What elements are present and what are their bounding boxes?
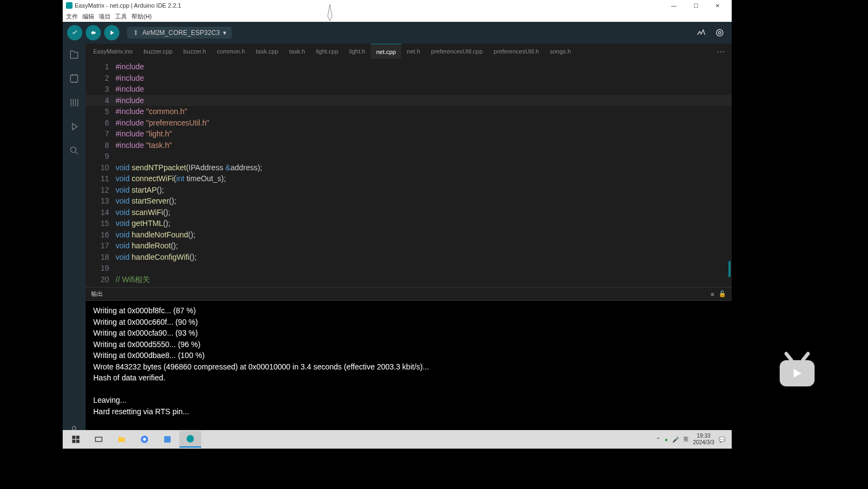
tab-light-h[interactable]: light.h	[344, 44, 371, 59]
tray-chevron-up-icon[interactable]: ⌃	[656, 437, 660, 443]
serial-monitor-button[interactable]	[712, 25, 727, 40]
menu-edit[interactable]: 编辑	[82, 13, 94, 21]
code-line-13[interactable]: void startServer();	[116, 195, 732, 207]
ime-indicator[interactable]: 英	[683, 436, 689, 443]
code-line-14[interactable]: void scanWiFi();	[116, 207, 732, 218]
arduino-ide-taskbar-button[interactable]	[179, 431, 201, 448]
task-view-button[interactable]	[88, 431, 110, 448]
code-editor[interactable]: 1234567891011121314151617181920 #include…	[86, 59, 732, 287]
arduino-ide-window: EasyMatrix - net.cpp | Arduino IDE 2.2.1…	[63, 0, 732, 449]
tab-task-cpp[interactable]: task.cpp	[250, 44, 284, 59]
output-line: Writing at 0x000bf8fc... (87 %)	[93, 305, 724, 317]
maximize-button[interactable]: ☐	[685, 0, 707, 11]
verify-button[interactable]	[67, 25, 82, 40]
tab-task-h[interactable]: task.h	[284, 44, 310, 59]
clock-time: 19:33	[693, 433, 714, 439]
window-title: EasyMatrix - net.cpp | Arduino IDE 2.2.1	[75, 2, 181, 9]
tabs-overflow[interactable]: ⋯	[712, 46, 730, 57]
code-line-17[interactable]: void handleRoot();	[116, 240, 732, 252]
svg-point-1	[719, 32, 721, 34]
svg-point-4	[73, 426, 76, 430]
usb-icon	[132, 29, 139, 36]
sidebar-sketchbook[interactable]	[68, 48, 81, 61]
code-line-9[interactable]	[116, 151, 732, 162]
tab-net-h[interactable]: net.h	[401, 44, 425, 59]
video-subtitle: 我们按一下	[382, 398, 486, 426]
svg-rect-6	[76, 436, 80, 439]
editor-area: EasyMatrix.inobuzzer.cppbuzzer.hcommon.h…	[86, 44, 732, 441]
app-button-1[interactable]	[156, 431, 178, 448]
file-explorer-button[interactable]	[111, 431, 132, 448]
start-button[interactable]	[65, 431, 87, 448]
action-center-icon[interactable]: 💬	[719, 437, 725, 443]
app-icon	[66, 2, 73, 9]
tab-songs-h[interactable]: songs.h	[544, 44, 576, 59]
menu-help[interactable]: 帮助(H)	[131, 13, 152, 21]
code-line-4[interactable]: #include	[116, 95, 732, 106]
clock-date: 2024/3/3	[693, 439, 714, 446]
svg-rect-5	[72, 436, 75, 439]
output-line: Writing at 0x000c660f... (90 %)	[93, 317, 724, 328]
code-line-19[interactable]	[116, 263, 732, 274]
code-line-2[interactable]: #include	[116, 73, 732, 84]
code-line-10[interactable]: void sendNTPpacket(IPAddress &address);	[116, 162, 732, 174]
code-content[interactable]: #include #include #include #include #inc…	[116, 59, 732, 287]
minimize-button[interactable]: —	[663, 0, 685, 11]
code-line-7[interactable]: #include "light.h"	[116, 128, 732, 140]
code-line-15[interactable]: void getHTML();	[116, 218, 732, 229]
tab-common-h[interactable]: common.h	[212, 44, 250, 59]
board-name: AirM2M_CORE_ESP32C3	[142, 29, 220, 37]
close-button[interactable]: ✕	[707, 0, 728, 11]
output-tab-label[interactable]: 输出	[91, 290, 103, 298]
code-line-1[interactable]: #include	[116, 61, 732, 73]
code-line-3[interactable]: #include	[116, 84, 732, 95]
clock[interactable]: 19:33 2024/3/3	[693, 433, 714, 446]
code-line-12[interactable]: void startAP();	[116, 184, 732, 196]
sidebar-boards-manager[interactable]	[68, 72, 81, 85]
editor-scrollbar[interactable]	[728, 261, 731, 277]
svg-rect-2	[70, 75, 77, 82]
svg-point-3	[70, 147, 76, 152]
code-line-5[interactable]: #include "common.h"	[116, 106, 732, 117]
sidebar	[63, 44, 86, 441]
code-line-11[interactable]: void connectWiFi(int timeOut_s);	[116, 173, 732, 184]
serial-plotter-button[interactable]	[694, 25, 709, 40]
tray-icon-2[interactable]: 🎤	[672, 437, 679, 443]
output-header: 输出 ≡ 🔓	[86, 288, 732, 301]
tab-buzzer-h[interactable]: buzzer.h	[178, 44, 212, 59]
upload-button[interactable]	[86, 25, 101, 40]
output-filter-icon[interactable]: ≡	[711, 291, 714, 297]
main-area: EasyMatrix.inobuzzer.cppbuzzer.hcommon.h…	[63, 44, 732, 441]
windows-taskbar: ⌃ ● 🎤 英 19:33 2024/3/3 💬	[63, 430, 732, 449]
menu-file[interactable]: 文件	[66, 13, 78, 21]
tab-buzzer-cpp[interactable]: buzzer.cpp	[138, 44, 178, 59]
menu-tools[interactable]: 工具	[115, 13, 127, 21]
svg-rect-9	[95, 437, 102, 442]
output-line: Writing at 0x000cfa90... (93 %)	[93, 327, 724, 339]
sidebar-library-manager[interactable]	[68, 96, 81, 109]
code-line-6[interactable]: #include "preferencesUtil.h"	[116, 117, 732, 129]
svg-rect-7	[72, 440, 75, 443]
tab-preferencesUtil-cpp[interactable]: preferencesUtil.cpp	[426, 44, 489, 59]
menu-sketch[interactable]: 项目	[99, 13, 111, 21]
tab-EasyMatrix-ino[interactable]: EasyMatrix.ino	[88, 44, 138, 59]
toolbar: AirM2M_CORE_ESP32C3 ▾	[63, 22, 732, 44]
output-line	[93, 384, 724, 395]
tab-preferencesUtil-h[interactable]: preferencesUtil.h	[488, 44, 544, 59]
code-line-20[interactable]: // Wifi相关	[116, 274, 732, 285]
chrome-button[interactable]	[134, 431, 155, 448]
tabs-bar: EasyMatrix.inobuzzer.cppbuzzer.hcommon.h…	[86, 44, 732, 59]
output-lock-icon[interactable]: 🔓	[719, 290, 726, 297]
sidebar-debug[interactable]	[68, 120, 81, 133]
code-line-18[interactable]: void handleConfigWifi();	[116, 252, 732, 263]
board-selector[interactable]: AirM2M_CORE_ESP32C3 ▾	[127, 27, 232, 39]
output-line: Writing at 0x000d5550... (96 %)	[93, 339, 724, 350]
debug-button[interactable]	[104, 25, 119, 40]
code-line-16[interactable]: void handleNotFound();	[116, 229, 732, 241]
sidebar-search[interactable]	[68, 144, 81, 157]
code-line-8[interactable]: #include "task.h"	[116, 140, 732, 151]
tab-net-cpp[interactable]: net.cpp	[371, 44, 401, 59]
tray-icon-1[interactable]: ●	[665, 437, 668, 443]
svg-point-0	[716, 29, 723, 36]
tab-light-cpp[interactable]: light.cpp	[311, 44, 344, 59]
